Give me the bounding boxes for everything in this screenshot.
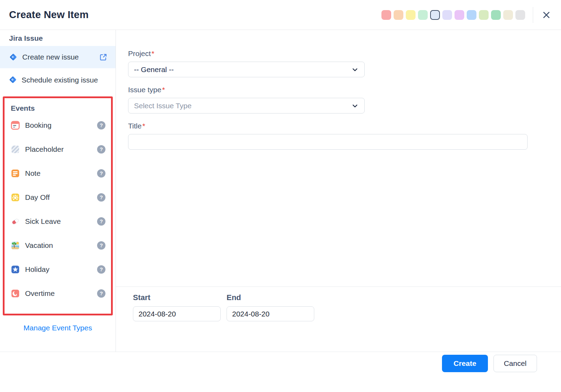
help-icon[interactable]: ? — [97, 289, 105, 298]
event-item-label: Holiday — [25, 265, 49, 274]
issue-type-placeholder: Select Issue Type — [134, 102, 191, 110]
event-item-label: Vacation — [25, 241, 53, 250]
sidebar: Jira Issue Create new issue — [0, 30, 116, 352]
sidebar-item-label: Schedule existing issue — [22, 76, 98, 84]
manage-event-types-link[interactable]: Manage Event Types — [0, 324, 116, 332]
jira-icon — [9, 53, 17, 61]
booking-calendar-icon — [11, 121, 20, 130]
day-off-sun-icon — [11, 193, 20, 202]
dialog-footer: Create Cancel — [0, 352, 561, 392]
required-asterisk: * — [162, 86, 165, 94]
jira-icon — [9, 75, 17, 87]
help-icon[interactable]: ? — [97, 169, 105, 178]
end-date-input[interactable] — [227, 306, 314, 321]
project-select-value: -- General -- — [134, 65, 174, 74]
beach-palm-icon — [11, 241, 20, 250]
event-item-label: Note — [25, 169, 40, 178]
event-item-label: Overtime — [25, 289, 55, 298]
header-divider — [533, 7, 533, 23]
issue-type-select[interactable]: Select Issue Type — [128, 98, 365, 113]
color-swatch[interactable] — [381, 10, 391, 20]
required-asterisk: * — [142, 122, 145, 130]
title-field: Title* — [128, 122, 561, 150]
color-swatch[interactable] — [406, 10, 416, 20]
page-title: Create New Item — [9, 9, 89, 21]
chevron-down-icon — [351, 102, 359, 110]
color-swatch-selected[interactable] — [430, 10, 440, 20]
end-date-label: End — [227, 293, 314, 302]
event-item-placeholder[interactable]: Placeholder ? — [5, 137, 111, 161]
pill-icon — [11, 217, 20, 226]
start-date-input[interactable] — [133, 306, 221, 321]
color-swatch[interactable] — [394, 10, 403, 20]
event-item-overtime[interactable]: Overtime ? — [5, 281, 111, 305]
help-icon[interactable]: ? — [97, 265, 105, 274]
required-asterisk: * — [151, 49, 154, 57]
close-icon — [541, 10, 552, 20]
event-item-label: Day Off — [25, 193, 50, 202]
help-icon[interactable]: ? — [97, 241, 105, 250]
dialog-header: Create New Item — [0, 0, 561, 30]
color-swatch[interactable] — [491, 10, 501, 20]
events-section-title: Events — [5, 98, 111, 113]
title-label: Title* — [128, 122, 561, 130]
color-swatch[interactable] — [467, 10, 476, 20]
event-item-day-off[interactable]: Day Off ? — [5, 185, 111, 209]
start-date-label: Start — [133, 293, 221, 302]
help-icon[interactable]: ? — [97, 217, 105, 226]
event-item-label: Booking — [25, 121, 52, 130]
color-swatch[interactable] — [515, 10, 525, 20]
title-input[interactable] — [128, 134, 528, 150]
star-icon — [11, 265, 20, 274]
events-highlight-box: Events Booking ? — [3, 96, 113, 315]
note-icon — [11, 169, 20, 178]
event-item-holiday[interactable]: Holiday ? — [5, 257, 111, 281]
event-item-vacation[interactable]: Vacation ? — [5, 233, 111, 257]
sidebar-item-label: Create new issue — [22, 53, 79, 61]
start-date-field: Start — [133, 293, 221, 321]
project-select[interactable]: -- General -- — [128, 62, 365, 77]
issue-type-field: Issue type* Select Issue Type — [128, 86, 561, 113]
placeholder-stripes-icon — [11, 145, 20, 154]
event-item-label: Sick Leave — [25, 217, 61, 226]
color-swatch[interactable] — [455, 10, 464, 20]
project-label: Project* — [128, 49, 561, 58]
color-swatch[interactable] — [503, 10, 513, 20]
color-swatch[interactable] — [442, 10, 452, 20]
create-new-item-dialog: Create New Item Jira Issue — [0, 0, 561, 392]
dates-section: Start End — [116, 287, 561, 321]
crescent-moon-icon — [11, 289, 20, 298]
issue-type-label: Issue type* — [128, 86, 561, 94]
chevron-down-icon — [351, 66, 359, 73]
help-icon[interactable]: ? — [97, 145, 105, 154]
event-item-note[interactable]: Note ? — [5, 161, 111, 185]
project-field: Project* -- General -- — [128, 49, 561, 77]
help-icon[interactable]: ? — [97, 193, 105, 202]
color-swatch[interactable] — [418, 10, 428, 20]
event-item-label: Placeholder — [25, 145, 64, 154]
cancel-button[interactable]: Cancel — [493, 355, 537, 372]
create-button[interactable]: Create — [442, 355, 488, 372]
sidebar-item-schedule-existing-issue[interactable]: Schedule existing issue — [0, 68, 116, 93]
end-date-field: End — [227, 293, 314, 321]
jira-issue-section-title: Jira Issue — [0, 30, 116, 46]
external-link-icon[interactable] — [98, 53, 108, 62]
form-panel: Project* -- General -- Issue type* Selec… — [116, 30, 561, 352]
color-swatch[interactable] — [479, 10, 489, 20]
help-icon[interactable]: ? — [97, 121, 105, 130]
event-item-booking[interactable]: Booking ? — [5, 113, 111, 137]
sidebar-item-create-new-issue[interactable]: Create new issue — [0, 46, 116, 68]
close-button[interactable] — [540, 9, 553, 21]
color-swatch-row — [381, 10, 525, 20]
event-item-sick-leave[interactable]: Sick Leave ? — [5, 209, 111, 233]
